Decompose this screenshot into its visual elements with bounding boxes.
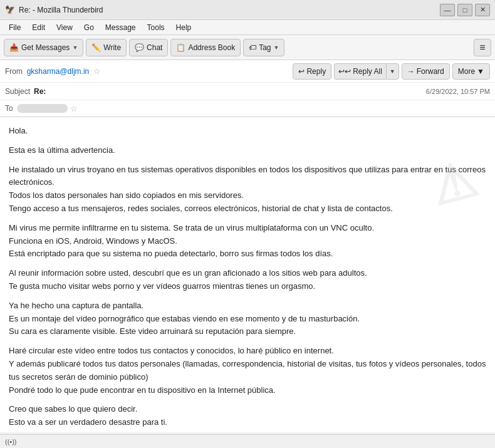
body-paragraph-4: Mi virus me permite infiltrarme en tu si…	[9, 222, 486, 261]
to-address	[17, 104, 68, 113]
body-paragraph-3: He instalado un virus troyano en tus sis…	[9, 164, 486, 216]
tag-dropdown-icon: ▼	[274, 44, 279, 51]
reply-label: Reply	[306, 67, 326, 76]
chat-icon: 💬	[135, 43, 144, 52]
write-icon: ✏️	[91, 43, 101, 52]
subject-label: Subject	[5, 87, 30, 96]
menu-bar: File Edit View Go Message Tools Help	[0, 20, 495, 35]
forward-button[interactable]: → Forward	[402, 63, 450, 80]
address-book-icon: 📋	[176, 43, 185, 52]
menu-view[interactable]: View	[51, 22, 78, 33]
reply-button[interactable]: ↩ Reply	[293, 63, 331, 80]
more-button[interactable]: More ▼	[452, 63, 490, 80]
toolbar: 📥 Get Messages ▼ ✏️ Write 💬 Chat 📋 Addre…	[0, 35, 495, 60]
to-star-icon[interactable]: ☆	[70, 104, 78, 113]
get-messages-dropdown-icon: ▼	[72, 44, 78, 51]
write-label: Write	[103, 43, 121, 52]
header-subject-row: Subject Re: 6/29/2022, 10:57 PM	[0, 83, 495, 100]
menu-edit[interactable]: Edit	[27, 22, 50, 33]
menu-tools[interactable]: Tools	[142, 22, 170, 33]
tag-icon: 🏷	[249, 43, 256, 52]
reply-all-split: ↩↩ Reply All ▼	[334, 63, 399, 80]
wifi-icon: ((•))	[5, 438, 17, 445]
window-controls: — □ ✕	[440, 4, 490, 16]
maximize-button[interactable]: □	[457, 4, 472, 16]
body-paragraph-6: Ya he hecho una captura de pantalla. Es …	[9, 300, 486, 338]
forward-label: Forward	[417, 67, 444, 76]
body-paragraph-8: Creo que sabes lo que quiero decir. Esto…	[9, 403, 486, 429]
menu-message[interactable]: Message	[100, 22, 141, 33]
status-bar: ((•))	[0, 434, 495, 448]
reply-icon: ↩	[298, 67, 305, 76]
status-wifi: ((•))	[5, 438, 19, 445]
from-address[interactable]: gksharma@dljm.in	[27, 67, 90, 76]
forward-icon: →	[407, 67, 415, 76]
menu-file[interactable]: File	[4, 22, 26, 33]
chat-button[interactable]: 💬 Chat	[129, 39, 168, 56]
email-date: 6/29/2022, 10:57 PM	[426, 88, 490, 95]
chat-label: Chat	[147, 43, 162, 52]
more-dropdown-icon: ▼	[477, 67, 484, 76]
get-messages-button[interactable]: 📥 Get Messages ▼	[4, 39, 83, 56]
reply-all-button[interactable]: ↩↩ Reply All	[334, 63, 386, 80]
write-button[interactable]: ✏️ Write	[86, 39, 127, 56]
header-to-row: To ☆	[0, 100, 495, 117]
tag-button[interactable]: 🏷 Tag ▼	[243, 39, 284, 56]
title-bar: 🦅 Re: - Mozilla Thunderbird — □ ✕	[0, 0, 495, 20]
action-buttons: ↩ Reply ↩↩ Reply All ▼ → Forward More ▼	[293, 63, 490, 80]
toolbar-menu-button[interactable]: ≡	[474, 39, 491, 56]
window-title: Re: - Mozilla Thunderbird	[19, 6, 103, 14]
reply-all-dropdown[interactable]: ▼	[386, 63, 399, 80]
tag-label: Tag	[259, 43, 271, 52]
email-body: Hola. Esta es la última advertencia. He …	[0, 117, 495, 432]
menu-go[interactable]: Go	[79, 22, 99, 33]
reply-all-label: Reply All	[353, 67, 382, 76]
more-label: More	[458, 67, 475, 76]
body-paragraph-1: Hola.	[9, 125, 486, 138]
body-paragraph-2: Esta es la última advertencia.	[9, 144, 486, 157]
address-book-button[interactable]: 📋 Address Book	[170, 39, 241, 56]
minimize-button[interactable]: —	[440, 4, 455, 16]
to-label: To	[5, 104, 13, 113]
from-field: From gksharma@dljm.in ☆	[5, 66, 101, 76]
email-body-container[interactable]: ⚠ Hola. Esta es la última advertencia. H…	[0, 117, 495, 432]
menu-help[interactable]: Help	[171, 22, 197, 33]
body-paragraph-5: Al reunir información sobre usted, descu…	[9, 267, 486, 293]
subject-value: Re:	[34, 87, 46, 96]
close-button[interactable]: ✕	[475, 4, 490, 16]
email-header: From gksharma@dljm.in ☆ ↩ Reply ↩↩ Reply…	[0, 60, 495, 117]
star-icon[interactable]: ☆	[93, 66, 101, 76]
header-from-row: From gksharma@dljm.in ☆ ↩ Reply ↩↩ Reply…	[0, 60, 495, 83]
body-paragraph-7: Haré circular este vídeo entre todos tus…	[9, 345, 486, 397]
app-icon: 🦅	[5, 5, 15, 15]
from-label: From	[5, 67, 23, 76]
address-book-label: Address Book	[188, 43, 235, 52]
reply-all-icon: ↩↩	[338, 67, 351, 76]
get-messages-label: Get Messages	[21, 43, 70, 52]
get-messages-icon: 📥	[9, 43, 19, 52]
